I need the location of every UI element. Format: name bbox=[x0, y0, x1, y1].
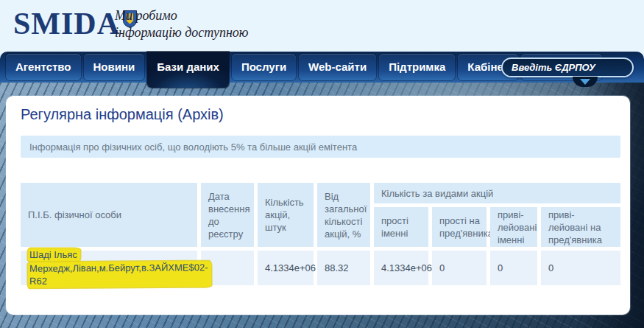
content-card: Регулярна інформація (Архів) Інформація … bbox=[6, 96, 630, 315]
cell-privileged-registered: 0 bbox=[490, 251, 537, 285]
edrpou-search bbox=[501, 57, 634, 77]
main-nav: Агентство Новини Бази даних Послуги Web-… bbox=[0, 52, 644, 83]
nav-item-support[interactable]: Підтримка bbox=[379, 54, 455, 80]
nav-item-label: Послуги bbox=[241, 60, 286, 73]
cell-share-quantity: 4.1334e+06 bbox=[258, 251, 314, 285]
col-header-name: П.І.Б. фізичної особи bbox=[21, 183, 197, 247]
nav-item-label: Бази даних bbox=[157, 60, 219, 73]
tagline-line1: Ми робимо bbox=[115, 7, 249, 24]
nav-item-label: Агентство bbox=[15, 60, 71, 73]
col-header-total-percent: Від загальної кількості акцій, % bbox=[317, 183, 370, 247]
info-banner-text: Інформація про фізичних осіб, що володію… bbox=[29, 142, 357, 153]
nav-item-label: Підтримка bbox=[389, 60, 445, 73]
col-header-privileged-bearer: приві-лейовані на пред'явника bbox=[541, 207, 620, 247]
col-header-registry-date: Дата внесення до реєстру bbox=[201, 183, 254, 247]
nav-item-databases[interactable]: Бази даних bbox=[147, 52, 229, 88]
cell-simple-registered: 4.1334e+06 bbox=[374, 251, 428, 285]
highlight-annotation: Мерхедж,Ліван,м.Бейрут,в.ЗАЙХМЕ$02-R62 bbox=[28, 261, 211, 288]
highlight-annotation: Шаді Ільяс bbox=[28, 248, 80, 262]
logo-text: SMIDA bbox=[13, 6, 120, 41]
nav-item-label: Web-сайти bbox=[308, 60, 367, 73]
col-header-simple-registered: прості іменні bbox=[374, 207, 428, 247]
page-title: Регулярна інформація (Архів) bbox=[21, 106, 630, 123]
nav-item-websites[interactable]: Web-сайти bbox=[299, 54, 376, 80]
col-header-share-types-group: Кількість за видами акцій bbox=[374, 183, 620, 203]
col-header-privileged-registered: приві-лейовані іменні bbox=[490, 207, 537, 247]
col-header-simple-bearer: прості на пред'явника bbox=[432, 207, 486, 247]
tagline-line2: інформацію доступною bbox=[115, 24, 249, 41]
cell-simple-bearer: 0 bbox=[432, 251, 486, 285]
site-header: SMIDA Ми робимо інформацію доступною bbox=[0, 0, 644, 52]
col-header-share-quantity: Кількість акцій, штук bbox=[258, 183, 314, 247]
chevron-down-icon bbox=[580, 79, 590, 85]
cell-privileged-bearer: 0 bbox=[541, 251, 620, 285]
nav-item-services[interactable]: Послуги bbox=[232, 54, 296, 80]
search-input[interactable] bbox=[503, 59, 644, 76]
nav-item-news[interactable]: Новини bbox=[84, 54, 145, 80]
cell-total-percent: 88.32 bbox=[317, 251, 370, 285]
nav-item-agency[interactable]: Агентство bbox=[6, 54, 81, 80]
cell-shareholder-name: Шаді Ільяс Мерхедж,Ліван,м.Бейрут,в.ЗАЙХ… bbox=[21, 251, 197, 285]
shareholders-table: П.І.Б. фізичної особи Дата внесення до р… bbox=[21, 183, 620, 285]
page: SMIDA Ми робимо інформацію доступною Аге… bbox=[0, 0, 644, 328]
nav-item-label: Новини bbox=[93, 60, 135, 73]
brand-tagline: Ми робимо інформацію доступною bbox=[115, 7, 249, 41]
info-banner: Інформація про фізичних осіб, що володію… bbox=[21, 136, 620, 158]
